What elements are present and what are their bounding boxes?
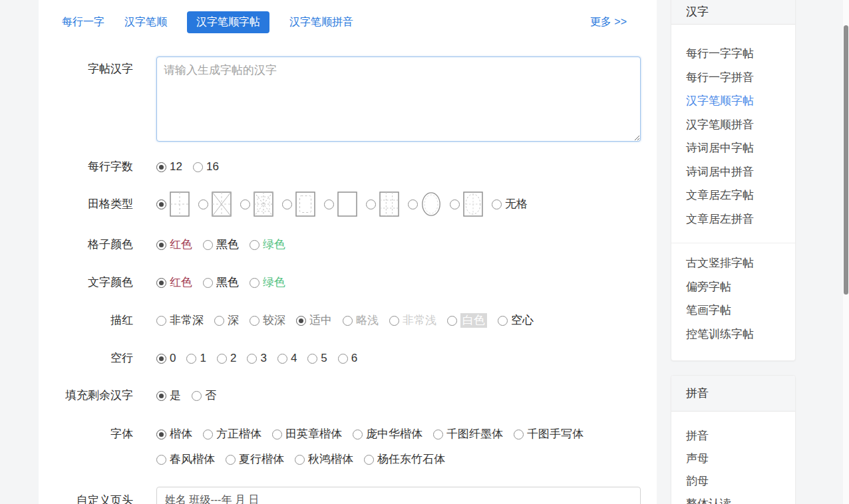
radio-icon[interactable] [447, 316, 457, 326]
radio-option[interactable]: 红色 [156, 275, 192, 290]
radio-icon[interactable] [156, 391, 166, 401]
radio-icon[interactable] [193, 162, 203, 172]
radio-icon[interactable] [498, 316, 508, 326]
radio-option[interactable]: 否 [192, 388, 216, 403]
radio-option[interactable]: 非常浅 [389, 313, 436, 328]
radio-option[interactable]: 方正楷体 [203, 427, 261, 441]
radio-option[interactable]: 0 [156, 351, 176, 366]
radio-icon[interactable] [156, 430, 166, 440]
radio-icon[interactable] [217, 354, 227, 364]
radio-option[interactable]: 12 [156, 160, 182, 174]
radio-icon[interactable] [186, 354, 196, 364]
radio-option[interactable]: 5 [307, 351, 327, 366]
radio-icon[interactable] [156, 354, 166, 364]
radio-icon[interactable] [214, 316, 224, 326]
radio-option[interactable]: 千图纤墨体 [433, 427, 503, 441]
radio-icon[interactable] [433, 430, 443, 440]
sidebar-item[interactable]: 每行一字字帖 [686, 42, 795, 66]
radio-option[interactable]: 黑色 [203, 237, 239, 252]
radio-icon[interactable] [198, 199, 208, 209]
grid-type-option-tian[interactable] [156, 191, 190, 217]
radio-option[interactable]: 楷体 [156, 427, 192, 441]
grid-type-option-jiugong[interactable] [366, 191, 399, 217]
grid-type-option-hui[interactable] [282, 191, 315, 217]
radio-icon[interactable] [338, 354, 348, 364]
sidebar-item[interactable]: 拼音 [686, 425, 795, 447]
radio-icon[interactable] [366, 199, 376, 209]
radio-icon[interactable] [192, 391, 202, 401]
tab[interactable]: 汉字笔顺字帖 [187, 11, 269, 33]
sidebar-item[interactable]: 控笔训练字帖 [686, 322, 795, 346]
radio-icon[interactable] [389, 316, 399, 326]
radio-option[interactable]: 适中 [296, 313, 332, 328]
custom-header-input[interactable] [156, 487, 641, 504]
sidebar-item[interactable]: 诗词居中拼音 [686, 160, 795, 184]
sidebar-item[interactable]: 文章居左拼音 [686, 207, 795, 231]
grid-type-option-mi[interactable] [198, 191, 232, 217]
radio-option[interactable]: 红色 [156, 237, 192, 252]
sidebar-item[interactable]: 文章居左字帖 [686, 184, 795, 207]
radio-icon[interactable] [343, 316, 353, 326]
radio-icon[interactable] [514, 430, 524, 440]
grid-type-option-circle[interactable] [408, 191, 441, 217]
radio-icon[interactable] [247, 354, 257, 364]
radio-option[interactable]: 空心 [498, 313, 534, 328]
chars-textarea[interactable] [156, 57, 641, 142]
sidebar-item[interactable]: 声母 [686, 447, 795, 470]
radio-icon[interactable] [226, 455, 236, 465]
radio-icon[interactable] [156, 278, 166, 288]
sidebar-item[interactable]: 笔画字帖 [686, 299, 795, 322]
radio-icon[interactable] [203, 240, 213, 250]
radio-icon[interactable] [240, 199, 250, 209]
sidebar-item[interactable]: 每行一字拼音 [686, 66, 795, 90]
tab[interactable]: 汉字笔顺拼音 [289, 11, 353, 33]
radio-option[interactable]: 1 [186, 351, 206, 366]
radio-icon[interactable] [156, 240, 166, 250]
radio-option[interactable]: 庞中华楷体 [353, 427, 423, 441]
sidebar-item[interactable]: 汉字笔顺拼音 [686, 113, 795, 137]
radio-icon[interactable] [492, 199, 502, 209]
radio-option[interactable]: 2 [217, 351, 236, 366]
sidebar-item[interactable]: 整体认读 [686, 493, 795, 504]
radio-icon[interactable] [203, 278, 213, 288]
sidebar-item[interactable]: 古文竖排字帖 [686, 251, 795, 275]
radio-icon[interactable] [364, 455, 374, 465]
radio-option[interactable]: 夏行楷体 [226, 452, 284, 467]
radio-option[interactable]: 3 [247, 351, 266, 366]
radio-option[interactable]: 6 [338, 351, 357, 366]
radio-icon[interactable] [156, 455, 166, 465]
radio-icon[interactable] [156, 162, 166, 172]
scrollbar-thumb[interactable] [844, 25, 848, 295]
radio-icon[interactable] [203, 430, 213, 440]
grid-type-option-square[interactable] [324, 191, 357, 217]
radio-option[interactable]: 绿色 [250, 237, 285, 252]
radio-icon[interactable] [295, 455, 305, 465]
tab[interactable]: 每行一字 [62, 11, 104, 33]
more-link[interactable]: 更多 >> [590, 15, 627, 29]
radio-icon[interactable] [353, 430, 363, 440]
radio-icon[interactable] [277, 354, 287, 364]
radio-icon[interactable] [250, 278, 259, 288]
radio-icon[interactable] [282, 199, 292, 209]
radio-icon[interactable] [250, 316, 259, 326]
radio-option[interactable]: 千图手写体 [514, 427, 584, 441]
sidebar-item[interactable]: 汉字笔顺字帖 [686, 89, 795, 113]
grid-type-option-none[interactable]: 无格 [492, 197, 528, 211]
radio-option[interactable]: 绿色 [250, 275, 285, 290]
radio-icon[interactable] [307, 354, 317, 364]
radio-option[interactable]: 16 [193, 160, 219, 174]
sidebar-item[interactable]: 诗词居中字帖 [686, 136, 795, 160]
tab[interactable]: 汉字笔顺 [124, 11, 167, 33]
radio-option[interactable]: 深 [214, 313, 239, 328]
radio-icon[interactable] [296, 316, 306, 326]
grid-type-option-mi-dashed[interactable] [240, 191, 273, 217]
grid-type-option-circle-square[interactable] [450, 191, 483, 217]
radio-icon[interactable] [250, 240, 259, 250]
radio-option[interactable]: 田英章楷体 [272, 427, 342, 441]
radio-option[interactable]: 春风楷体 [156, 452, 215, 467]
radio-icon[interactable] [408, 199, 418, 209]
scrollbar-track[interactable] [843, 0, 849, 504]
sidebar-item[interactable]: 韵母 [686, 470, 795, 493]
radio-option[interactable]: 较深 [250, 313, 285, 328]
radio-icon[interactable] [324, 199, 334, 209]
